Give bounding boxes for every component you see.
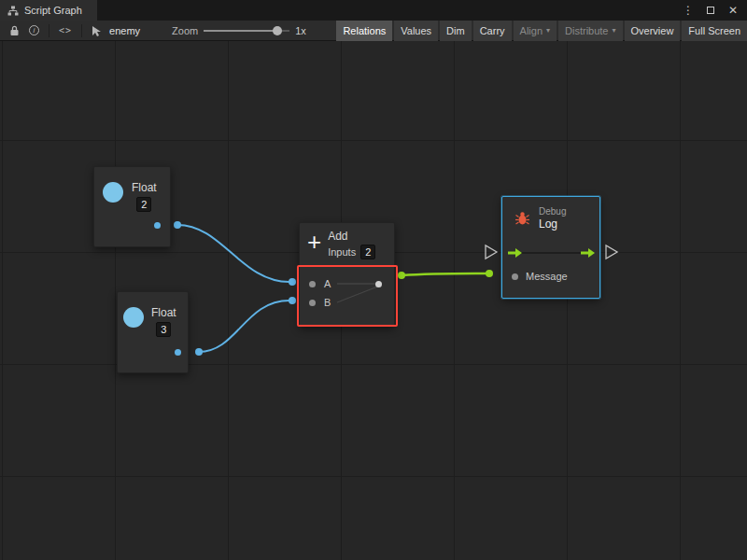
- wire-float2-to-add-b[interactable]: [199, 301, 289, 352]
- graph-pointer-icon: [92, 25, 102, 36]
- lock-icon[interactable]: [9, 25, 20, 36]
- float-output-port[interactable]: [154, 222, 161, 229]
- zoom-value: 1x: [295, 25, 306, 36]
- flow-in-arrow-icon[interactable]: [508, 247, 523, 259]
- node-title: Float: [132, 181, 157, 194]
- chevron-down-icon: ▾: [613, 26, 616, 35]
- node-category: Debug: [539, 206, 566, 217]
- info-icon[interactable]: i: [29, 25, 39, 35]
- overview-button[interactable]: Overview: [625, 21, 681, 41]
- flow-output-port[interactable]: [606, 245, 617, 259]
- wire-endpoint[interactable]: [174, 221, 181, 229]
- graph-icon: [7, 6, 19, 16]
- wire-add-to-debug-message[interactable]: [402, 273, 487, 275]
- script-graph-window: Script Graph ⋮ ✕ i <> enemy Zoom: [0, 0, 747, 560]
- align-label: Align: [520, 25, 543, 36]
- graph-breadcrumb[interactable]: enemy: [109, 25, 140, 36]
- zoom-slider[interactable]: [204, 25, 289, 36]
- zoom-slider-handle[interactable]: [273, 26, 282, 35]
- toolbar-buttons: Relations Values Dim Carry Align ▾ Distr…: [334, 21, 747, 41]
- wire-endpoint[interactable]: [398, 272, 405, 279]
- align-button[interactable]: Align ▾: [514, 21, 557, 41]
- float-node-2[interactable]: Float 3: [117, 291, 189, 373]
- distribute-label: Distribute: [565, 25, 608, 36]
- flow-line: [516, 252, 584, 254]
- dim-button[interactable]: Dim: [440, 21, 472, 41]
- float-type-icon: [123, 307, 144, 328]
- toolbar-divider: [81, 24, 82, 37]
- toolbar-divider: [49, 24, 49, 37]
- flow-row: [502, 245, 599, 260]
- node-title: Add: [328, 230, 375, 243]
- tab-script-graph[interactable]: Script Graph: [0, 0, 97, 21]
- float-type-icon: [103, 182, 123, 203]
- code-icon[interactable]: <>: [59, 25, 72, 35]
- inputs-label: Inputs: [328, 246, 356, 258]
- wire-float1-to-add-a[interactable]: [177, 225, 289, 282]
- message-port-row[interactable]: Message: [512, 271, 568, 282]
- distribute-button[interactable]: Distribute ▾: [558, 21, 622, 41]
- float-value-field[interactable]: 3: [156, 322, 171, 337]
- wire-endpoint[interactable]: [486, 270, 493, 277]
- maximize-icon[interactable]: [705, 7, 716, 14]
- values-button[interactable]: Values: [394, 21, 438, 41]
- fullscreen-button[interactable]: Full Screen: [682, 21, 747, 41]
- message-input-port[interactable]: [512, 273, 518, 280]
- wire-endpoint[interactable]: [289, 297, 296, 304]
- message-label: Message: [526, 271, 568, 282]
- zoom-slider-fill: [204, 30, 276, 32]
- tab-label: Script Graph: [24, 5, 82, 16]
- float-node-1[interactable]: Float 2: [93, 166, 171, 247]
- float-value-field[interactable]: 2: [136, 197, 151, 212]
- selection-highlight: [297, 265, 398, 327]
- titlebar: Script Graph ⋮ ✕: [0, 0, 747, 21]
- chevron-down-icon: ▾: [546, 26, 550, 35]
- flow-input-port[interactable]: [486, 245, 497, 259]
- node-title: Log: [539, 217, 566, 231]
- graph-canvas[interactable]: Float 2 Float 3 + Add: [0, 41, 747, 560]
- wire-endpoint[interactable]: [195, 348, 203, 356]
- close-icon[interactable]: ✕: [727, 4, 739, 17]
- float-output-port[interactable]: [175, 349, 181, 356]
- zoom-label: Zoom: [172, 25, 198, 36]
- flow-out-arrow-icon[interactable]: [581, 247, 596, 259]
- bug-icon: [514, 211, 530, 226]
- relations-button[interactable]: Relations: [336, 21, 392, 41]
- plus-icon: +: [307, 229, 321, 259]
- debug-log-node[interactable]: Debug Log Message: [501, 196, 600, 299]
- carry-button[interactable]: Carry: [473, 21, 512, 41]
- node-title: Float: [151, 306, 176, 319]
- kebab-menu-icon[interactable]: ⋮: [683, 4, 694, 17]
- wire-endpoint[interactable]: [289, 278, 296, 286]
- toolbar: i <> enemy Zoom 1x Relations Values Dim …: [0, 21, 747, 41]
- add-node[interactable]: + Add Inputs 2 A: [299, 222, 395, 327]
- inputs-count-field[interactable]: 2: [360, 245, 375, 259]
